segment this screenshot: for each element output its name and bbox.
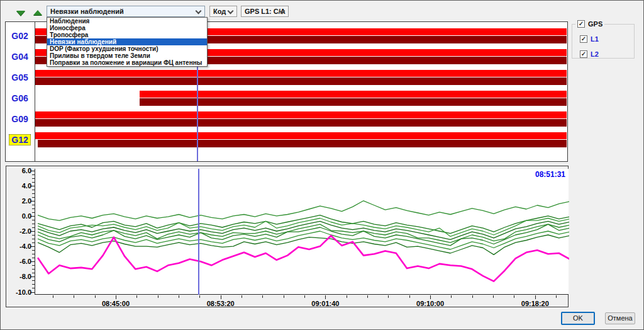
y-axis-tick-label: 6.0 (9, 167, 31, 174)
dropdown-option[interactable]: Поправки за положение и вариации ФЦ анте… (47, 59, 207, 66)
l2-checkbox[interactable]: ✓ L2 (580, 50, 599, 58)
satellite-label-g06[interactable]: G06 (6, 93, 34, 103)
axis-tick (32, 265, 35, 266)
axis-tick (32, 193, 35, 194)
dropdown-option[interactable]: Тропосфера (47, 31, 207, 38)
axis-tick (32, 284, 35, 285)
axis-tick (242, 295, 242, 298)
axis-tick (325, 295, 326, 299)
checkbox-check-icon: ✓ (577, 20, 585, 28)
plot-type-dropdown-list: НаблюденияИоносфераТропосфераНевязки наб… (47, 17, 208, 67)
scroll-down-arrow-button[interactable] (15, 9, 26, 18)
residuals-plot-area: 08:51:31 (35, 169, 569, 295)
axis-tick (32, 269, 35, 270)
axis-tick (32, 242, 35, 243)
axis-tick (409, 295, 410, 298)
axis-tick (32, 212, 35, 213)
axis-tick (32, 182, 35, 183)
axis-tick (388, 295, 389, 298)
g06-l1-observation-bar (140, 91, 567, 98)
g09-l1-observation-bar (35, 111, 567, 118)
dropdown-option[interactable]: Ионосфера (47, 25, 207, 31)
series-green-3 (38, 219, 569, 237)
cancel-button[interactable]: Отмена (605, 312, 635, 324)
axis-tick (514, 295, 514, 298)
axis-tick (136, 295, 137, 298)
axis-tick (32, 288, 35, 288)
gps-checkbox[interactable]: ✓ GPS (575, 20, 604, 28)
axis-tick (53, 295, 53, 298)
measure-combobox[interactable]: Код (209, 6, 237, 17)
plot-type-combobox[interactable]: Невязки наблюдений (47, 6, 205, 17)
satellite-label-g02[interactable]: G02 (6, 31, 34, 41)
time-cursor-line[interactable] (198, 169, 199, 295)
highlighted-satellite-label: G12 (9, 134, 30, 145)
y-axis-tick-label: -10.0 (9, 288, 31, 296)
plot-type-value: Невязки наблюдений (50, 8, 124, 15)
satellite-label-g12[interactable]: G12 (6, 135, 34, 145)
axis-tick (32, 208, 35, 209)
l2-checkbox-label: L2 (591, 50, 599, 58)
residuals-chart-panel: 08:51:31 6.04.02.00.0-2.0-4.0-6.0-8.0-10… (6, 166, 569, 307)
axis-tick (32, 174, 35, 175)
dropdown-option[interactable]: DOP (Фактор ухудшения точности) (47, 45, 207, 52)
g12-l2-observation-bar (38, 140, 567, 147)
axis-tick (32, 235, 35, 236)
residual-series-lines (35, 169, 569, 295)
axis-tick (32, 220, 35, 220)
residuals-dialog: { "toolbar": { "prev_label": "down-arrow… (0, 0, 644, 330)
y-axis-tick-label: -8.0 (9, 273, 31, 280)
cursor-timestamp: 08:51:31 (535, 170, 565, 179)
signal-combobox[interactable]: GPS L1: C/A (241, 6, 289, 17)
satellite-label-g05[interactable]: G05 (6, 72, 34, 82)
l1-checkbox[interactable]: ✓ L1 (580, 35, 599, 43)
axis-tick (430, 295, 431, 299)
axis-tick (493, 295, 494, 298)
dropdown-option[interactable]: Приливы в твердом теле Земли (47, 52, 207, 59)
checkbox-check-icon: ✓ (580, 35, 587, 43)
x-axis-tick-label: 08:45:00 (93, 300, 138, 307)
axis-tick (451, 295, 452, 298)
scroll-up-arrow-button[interactable] (32, 9, 43, 18)
axis-tick (32, 190, 35, 190)
series-green-7 (38, 231, 569, 249)
l1-checkbox-label: L1 (591, 35, 599, 43)
x-axis-tick-label: 09:10:00 (408, 300, 453, 307)
dropdown-option[interactable]: Наблюдения (47, 18, 207, 25)
axis-tick (158, 295, 158, 298)
axis-tick (32, 258, 35, 258)
satellite-label-g04[interactable]: G04 (6, 52, 34, 62)
axis-tick (32, 273, 35, 273)
axis-tick (32, 250, 35, 251)
axis-tick (284, 295, 284, 298)
y-axis-tick-label: 2.0 (9, 197, 31, 205)
axis-tick (535, 295, 536, 299)
g06-l2-observation-bar (140, 98, 567, 106)
g05-l2-observation-bar (35, 77, 567, 85)
axis-tick (199, 295, 200, 298)
x-axis-tick-label: 09:01:40 (303, 300, 348, 307)
chevron-down-icon (228, 8, 234, 14)
y-axis-tick-label: -4.0 (9, 242, 31, 250)
g05-l1-observation-bar (35, 70, 567, 77)
satellite-label-g09[interactable]: G09 (6, 114, 34, 124)
axis-tick (32, 239, 35, 239)
axis-tick (472, 295, 473, 298)
x-axis-tick-label: 08:53:20 (198, 300, 243, 307)
gps-checkbox-label: GPS (588, 20, 602, 28)
x-axis-tick-label: 09:18:20 (513, 300, 558, 307)
axis-tick (304, 295, 305, 298)
series-green-1 (38, 201, 569, 220)
axis-tick (556, 295, 557, 298)
g12-l1-observation-bar (35, 132, 567, 139)
y-axis-tick-label: -6.0 (9, 258, 31, 265)
axis-tick (32, 178, 35, 179)
axis-tick (367, 295, 368, 298)
axis-tick (179, 295, 179, 298)
ok-button[interactable]: OK (561, 312, 595, 325)
y-axis-tick-label: 4.0 (9, 182, 31, 190)
dropdown-option[interactable]: Невязки наблюдений (47, 38, 207, 45)
axis-tick (32, 197, 35, 198)
checkbox-check-icon: ✓ (580, 50, 587, 58)
y-axis-tick-label: 0.0 (9, 212, 31, 220)
